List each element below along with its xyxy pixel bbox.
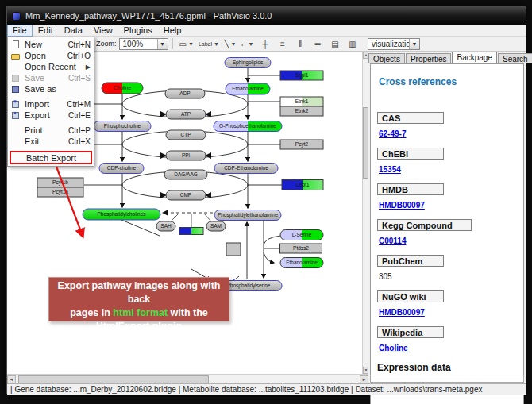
xref-link[interactable]: Choline [379, 344, 408, 353]
app-icon [12, 12, 21, 21]
tab-search[interactable]: Search [498, 53, 532, 63]
pathway-node-sgpl1[interactable]: Sgpl1 [280, 71, 323, 80]
zoom-combobox[interactable]: 100% ▼ [119, 38, 168, 50]
pathway-node-l-serine[interactable]: L-Serine [280, 230, 323, 240]
align-center-button[interactable]: ┼ [259, 37, 272, 50]
file-menu-item-exit[interactable]: ExitCtrl+X [8, 136, 94, 147]
shortcut-label: Ctrl+X [68, 137, 91, 146]
file-menu-item-open[interactable]: OpenCtrl+O [8, 50, 94, 61]
xref-link[interactable]: 15354 [379, 165, 401, 175]
svg-text:Cept1: Cept1 [295, 182, 310, 188]
file-menu-item-export[interactable]: ExportCtrl+E [8, 110, 94, 121]
chevron-down-icon[interactable]: ▼ [248, 41, 253, 47]
pathway-node-sah[interactable]: SAH [156, 221, 175, 231]
chevron-down-icon[interactable]: ▼ [188, 41, 194, 47]
menu-file[interactable]: File [7, 25, 33, 37]
xref-link[interactable]: HMDB00097 [379, 308, 425, 317]
horizontal-scroll-thumb[interactable] [18, 375, 209, 383]
align-center-button-icon: ┼ [262, 40, 268, 48]
svg-text:ATP: ATP [181, 111, 191, 117]
shortcut-label: Ctrl+M [67, 100, 91, 109]
pathway-node-o-phosphoethanolamine[interactable]: O-Phosphoethanolamine [214, 121, 282, 132]
chevron-down-icon[interactable]: ▼ [409, 39, 419, 49]
file-menu-item-open-recent[interactable]: Open Recent▶ [8, 61, 94, 72]
pathway-node-ethanolamine-top[interactable]: Ethanolamine [226, 83, 270, 94]
file-menu-item-batch-export[interactable]: Batch Export [10, 151, 92, 164]
pathway-node-choline-top[interactable]: Choline [102, 83, 143, 94]
svg-text:Ethanolamine: Ethanolamine [286, 260, 318, 265]
tab-backpage[interactable]: Backpage [452, 52, 496, 63]
svg-text:CDP-choline: CDP-choline [107, 165, 137, 171]
pathway-node-cept1[interactable]: Cept1 [282, 180, 323, 190]
pathway-node-ptdss1-partial[interactable] [226, 243, 241, 256]
pathway-node-ctp[interactable]: CTP [166, 130, 206, 140]
pathway-node-ptdss2[interactable]: Ptdss2 [280, 244, 322, 253]
pathway-node-phosphocholine[interactable]: Phosphocholine [94, 121, 151, 132]
connector-button[interactable]: ⌐▼ [241, 37, 254, 50]
vertical-scrollbar[interactable]: ▲ ▼ [362, 52, 368, 374]
pathway-node-pcyt2[interactable]: Pcyt2 [280, 140, 323, 149]
pathway-node-pcyt1b[interactable]: Pcyt1b [37, 178, 83, 187]
menu-plugins[interactable]: Plugins [118, 25, 158, 37]
shortcut-label: Ctrl+N [67, 40, 91, 49]
pathway-node-ethanolamine-low[interactable]: Ethanolamine [280, 258, 323, 268]
pathway-node-adp[interactable]: ADP [165, 89, 205, 98]
scroll-right-button[interactable]: ► [360, 375, 368, 383]
pathway-node-sphingolipids[interactable]: Sphingolipids [225, 58, 271, 68]
toolbar-buttons: ▭▼Label▼╲▼⌐▼┼≡‖═▤▥ [177, 37, 361, 50]
menu-help[interactable]: Help [158, 25, 187, 37]
xref-link[interactable]: C00114 [379, 237, 406, 246]
menu-data[interactable]: Data [59, 25, 88, 37]
line-button[interactable]: ╲▼ [224, 37, 237, 50]
svg-text:DAG/AAG: DAG/AAG [174, 171, 198, 177]
xref-database-name: CAS [377, 112, 444, 124]
pathway-node-atp[interactable]: ATP [166, 110, 206, 119]
xref-link[interactable]: HMDB00097 [379, 201, 425, 210]
pathway-node-etnk2[interactable]: Etnk2 [280, 106, 323, 116]
no-icon [12, 153, 22, 162]
status-bar: | Gene database: ...m_Derby_20120602.bri… [7, 383, 526, 395]
horizontal-scrollbar[interactable]: ◄ ► [7, 374, 368, 383]
file-menu-item-print[interactable]: PrintCtrl+P [8, 125, 94, 136]
xref-link[interactable]: 62-49-7 [379, 129, 406, 139]
distribute-vertical-button[interactable]: ═ [311, 37, 324, 50]
distribute-horizontal-button[interactable]: ‖ [294, 37, 306, 50]
label-button-icon: Label [199, 41, 212, 47]
side-panel: ObjectsPropertiesBackpageSearchLegend Cr… [368, 52, 526, 383]
align-middle-button[interactable]: ≡ [276, 37, 289, 50]
chevron-down-icon[interactable]: ▼ [214, 41, 219, 47]
pathway-node-phosphatidylethanolamine[interactable]: Phosphatidylethanolamine [214, 210, 281, 221]
pathway-node-ppi[interactable]: PPi [166, 151, 206, 160]
pathway-node-phosphatidylcholines[interactable]: Phosphatidylcholines [83, 209, 160, 220]
backpage-panel: Cross references CAS62-49-7ChEBI15354HMD… [370, 63, 524, 404]
pathway-node-cdp-ethanolamine[interactable]: CDP-Ethanolamine [214, 164, 278, 174]
svg-text:Etnk2: Etnk2 [295, 108, 309, 114]
datanode-button[interactable]: ▭▼ [179, 37, 194, 50]
pathway-node-cmp[interactable]: CMP [166, 190, 206, 200]
tab-objects[interactable]: Objects [368, 53, 405, 63]
file-menu-item-new[interactable]: NewCtrl+N [8, 39, 94, 50]
stack-button[interactable]: ▥ [346, 37, 359, 50]
chevron-down-icon[interactable]: ▼ [157, 39, 168, 49]
pathway-node-sam[interactable]: SAM [206, 221, 226, 231]
visualization-combobox[interactable]: visualization ▼ [368, 38, 420, 50]
title-bar[interactable]: Mm_Kennedy_pathway_WP1771_45176.gpml - P… [7, 7, 526, 25]
file-menu-item-import[interactable]: ImportCtrl+M [8, 98, 94, 110]
pathway-node-pemt[interactable] [179, 228, 203, 235]
common-size-button[interactable]: ▤ [329, 37, 341, 50]
scroll-left-button[interactable]: ◄ [7, 375, 16, 383]
label-button[interactable]: Label▼ [199, 37, 219, 50]
file-menu-item-save[interactable]: SaveCtrl+S [8, 72, 94, 83]
pathway-node-cdp-choline[interactable]: CDP-choline [99, 164, 144, 174]
menu-edit[interactable]: Edit [33, 25, 59, 37]
file-menu-item-save-as[interactable]: Save as [8, 83, 94, 94]
pathway-node-pcyt1a[interactable]: Pcyt1a [37, 187, 83, 197]
xref-section-chebi: ChEBI15354 [377, 148, 523, 183]
tab-properties[interactable]: Properties [406, 53, 452, 63]
pathway-node-dag-aag[interactable]: DAG/AAG [164, 170, 207, 179]
file-menu-item-label: Export [25, 110, 64, 120]
chevron-down-icon[interactable]: ▼ [231, 41, 237, 47]
menu-view[interactable]: View [88, 25, 118, 37]
no-icon [10, 126, 21, 135]
pathway-node-etnk1[interactable]: Etnk1 [280, 97, 323, 106]
